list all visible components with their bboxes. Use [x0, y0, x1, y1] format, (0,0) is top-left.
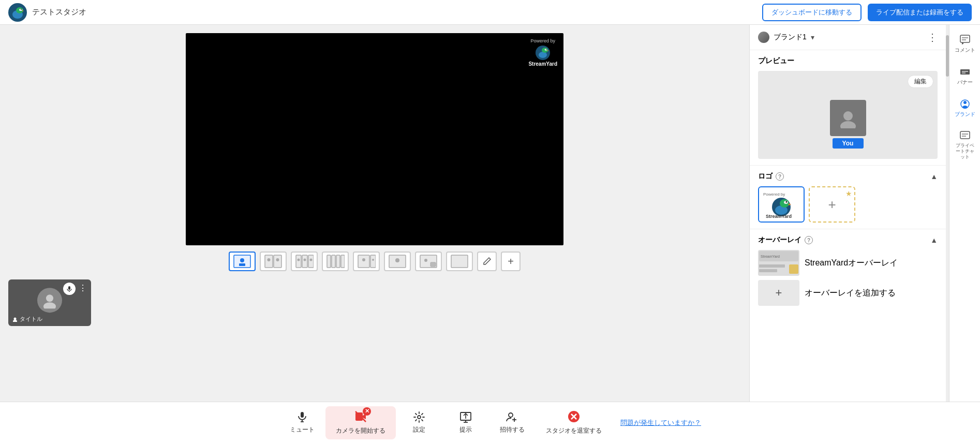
svg-rect-30	[370, 255, 376, 268]
svg-text:StreamYard: StreamYard	[766, 214, 792, 219]
topbar: テストスタジオ ダッシュボードに移動する ライブ配信または録画をする	[0, 0, 980, 25]
svg-rect-20	[302, 255, 307, 268]
svg-rect-28	[341, 255, 345, 268]
person-icon	[41, 292, 58, 308]
streamyard-logo-small	[530, 45, 556, 61]
camera-button[interactable]: ✕ カメラを開始する	[325, 406, 396, 439]
leave-icon	[568, 410, 580, 423]
svg-point-45	[843, 111, 853, 121]
logo-help-icon[interactable]: ?	[776, 172, 784, 181]
svg-rect-62	[960, 35, 970, 42]
settings-button[interactable]: 設定	[396, 407, 442, 438]
svg-point-23	[304, 259, 306, 261]
layout-add-button[interactable]: +	[501, 252, 521, 271]
overlay-item-streamyard[interactable]: StreamYard StreamYardオーバーレイ	[758, 250, 938, 276]
overlay-add-label: オーバーレイを追加する	[805, 288, 896, 299]
svg-point-39	[46, 294, 53, 302]
svg-text:Powered by: Powered by	[763, 192, 785, 197]
premium-star-icon: ★	[845, 189, 852, 198]
issue-link[interactable]: 問題が発生していますか？	[620, 418, 701, 427]
tab-private-chat[interactable]: プライベートチャット	[951, 125, 979, 165]
brand-more-icon[interactable]: ⋮	[927, 31, 938, 43]
bottom-bar: ミュート ✕ カメラを開始する 設定	[0, 402, 980, 443]
side-tabs: コメント バナー ブランド	[949, 25, 980, 402]
svg-point-18	[276, 258, 279, 261]
svg-point-3	[19, 9, 22, 11]
logo-collapse-icon[interactable]: ▲	[930, 172, 938, 181]
preview-box: 編集 You	[758, 71, 938, 159]
brand-header-left: ブランド1 ▾	[758, 32, 814, 43]
logo-add-item[interactable]: ★ +	[809, 186, 855, 223]
svg-point-24	[310, 259, 313, 261]
svg-point-17	[268, 258, 271, 261]
live-button[interactable]: ライブ配信または録画をする	[868, 4, 972, 21]
banner-icon	[959, 66, 971, 78]
right-panel-scroll[interactable]: プレビュー 編集 You	[750, 50, 946, 402]
leave-button[interactable]: スタジオを退室する	[536, 406, 612, 439]
topbar-left: テストスタジオ	[8, 3, 86, 22]
scrollbar[interactable]	[946, 25, 949, 402]
svg-rect-25	[327, 255, 331, 268]
tab-banner[interactable]: バナー	[951, 61, 979, 91]
more-button[interactable]: ⋮	[78, 283, 88, 293]
svg-text:StreamYard: StreamYard	[761, 255, 780, 258]
streamyard-logo-icon: Powered by StreamYard	[761, 189, 802, 219]
right-panel: ブランド1 ▾ ⋮ プレビュー 編集	[749, 25, 946, 402]
dashboard-button[interactable]: ダッシュボードに移動する	[762, 4, 862, 21]
svg-point-44	[13, 320, 17, 322]
brand-chevron-icon[interactable]: ▾	[811, 33, 814, 41]
participant-label: タイトル	[12, 315, 42, 323]
layout-btn-two[interactable]	[260, 252, 287, 271]
tab-brand[interactable]: ブランド	[951, 93, 979, 123]
logo-item-streamyard[interactable]: Powered by StreamYard	[758, 186, 805, 223]
participant-avatar	[37, 288, 62, 313]
svg-point-13	[240, 258, 244, 262]
brand-color-dot	[758, 32, 769, 43]
overlay-add-thumb: +	[758, 280, 799, 306]
comment-icon	[959, 34, 971, 46]
svg-rect-60	[759, 269, 777, 272]
mic-button[interactable]	[63, 283, 76, 295]
video-preview: Powered by StreamYard	[186, 33, 563, 245]
overlay-title: オーバーレイ ? ▲	[758, 235, 938, 245]
present-label: 提示	[459, 425, 472, 434]
present-button[interactable]: 提示	[442, 407, 489, 438]
main-layout: Powered by StreamYard	[0, 25, 980, 402]
invite-icon	[506, 411, 518, 423]
svg-rect-75	[301, 412, 304, 418]
svg-point-34	[395, 258, 399, 262]
invite-button[interactable]: 招待する	[489, 407, 536, 438]
svg-point-31	[362, 258, 365, 261]
tab-comment[interactable]: コメント	[951, 29, 979, 59]
overlay-thumb-icon: StreamYard	[758, 250, 799, 276]
brand-name: ブランド1	[774, 33, 807, 42]
svg-rect-38	[451, 255, 468, 268]
preview-avatar	[830, 100, 866, 136]
brand-icon	[959, 98, 971, 110]
overlay-help-icon[interactable]: ?	[805, 236, 813, 244]
layout-edit-button[interactable]	[477, 252, 497, 271]
preview-edit-button[interactable]: 編集	[908, 75, 933, 88]
preview-person-icon	[838, 108, 858, 128]
svg-rect-19	[296, 255, 301, 268]
layout-btn-single[interactable]	[229, 252, 256, 271]
layout-btn-full[interactable]	[384, 252, 411, 271]
svg-point-10	[546, 49, 547, 50]
tab-brand-label: ブランド	[955, 111, 975, 118]
layout-btn-four[interactable]	[322, 252, 349, 271]
mute-label: ミュート	[290, 425, 315, 434]
logo-grid: Powered by StreamYard ★ +	[758, 186, 938, 223]
preview-you-card: You	[830, 100, 866, 149]
you-badge: You	[833, 138, 864, 149]
layout-btn-three[interactable]	[291, 252, 318, 271]
layout-btn-pip[interactable]	[415, 252, 442, 271]
layout-btn-blank[interactable]	[446, 252, 473, 271]
overlay-collapse-icon[interactable]: ▲	[930, 236, 938, 244]
tab-banner-label: バナー	[957, 79, 973, 86]
overlay-add-button[interactable]: + オーバーレイを追加する	[758, 280, 938, 306]
settings-label: 設定	[413, 425, 425, 434]
layout-btn-side[interactable]	[353, 252, 380, 271]
mute-button[interactable]: ミュート	[279, 407, 325, 438]
powered-by-badge: Powered by StreamYard	[528, 38, 557, 67]
overlay-thumbnail: StreamYard	[758, 250, 799, 276]
